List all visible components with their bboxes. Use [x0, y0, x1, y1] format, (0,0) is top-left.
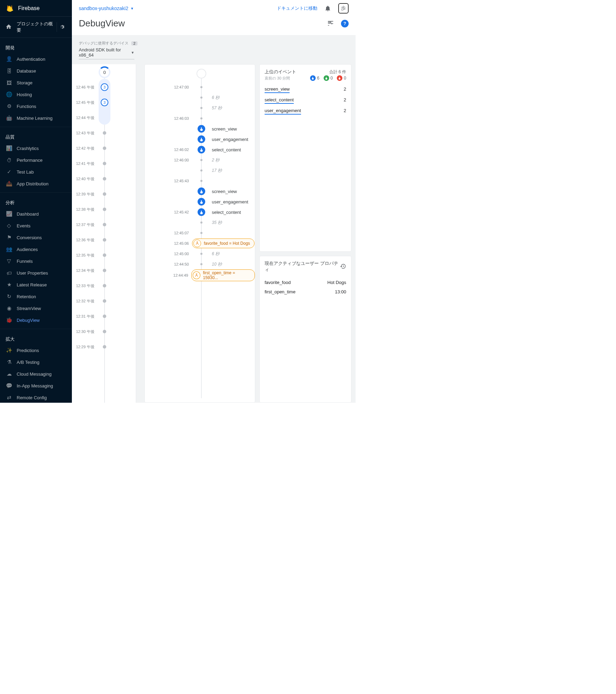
device-selector: デバッグに使用するデバイス 2 Android SDK built for x8…	[72, 39, 356, 64]
minute-time: 12:43 午後	[72, 131, 98, 136]
stream-row: 12:44:5010 秒	[145, 259, 255, 269]
user-property-icon	[193, 271, 200, 279]
minute-row[interactable]: 12:38 午後	[72, 202, 136, 217]
sidebar-overview[interactable]: プロジェクトの概要	[0, 17, 72, 38]
minute-row[interactable]: 12:35 午後	[72, 248, 136, 263]
sidebar-item-crashlytics[interactable]: 📊Crashlytics	[0, 142, 72, 154]
minute-row[interactable]: 12:43 午後	[72, 125, 136, 141]
project-select[interactable]: sandbox-yushukozaki2 ▼	[79, 6, 134, 11]
active-props-title: 現在アクティブなユーザー プロパティ	[265, 260, 340, 273]
sidebar-item-predictions[interactable]: ✨Predictions	[0, 344, 72, 356]
minute-row[interactable]: 12:32 午後	[72, 293, 136, 309]
top-event-row[interactable]: select_content2	[265, 95, 346, 106]
nav-icon: 🌐	[6, 91, 13, 98]
sidebar-item-streamview[interactable]: ◉StreamView	[0, 302, 72, 314]
nav-label: Predictions	[17, 348, 66, 353]
sidebar-item-functions[interactable]: ⚙Functions	[0, 100, 72, 112]
minute-time: 12:32 午後	[72, 299, 98, 304]
user-avatar[interactable]: 歩	[338, 3, 349, 14]
sidebar-item-latest-release[interactable]: ★Latest Release	[0, 279, 72, 291]
sidebar-item-performance[interactable]: ⏱Performance	[0, 154, 72, 166]
settings-sliders-icon[interactable]	[326, 19, 335, 28]
sidebar-item-database[interactable]: 🗄Database	[0, 65, 72, 77]
sidebar-item-in-app-messaging[interactable]: 💬In-App Messaging	[0, 380, 72, 392]
minute-row[interactable]: 12:34 午後	[72, 263, 136, 278]
sidebar-item-debugview[interactable]: 🐞DebugView	[0, 314, 72, 326]
device-dropdown[interactable]: Android SDK built for x86_64 ▼	[79, 46, 134, 59]
nav-icon: ↻	[6, 293, 13, 300]
minute-count-badge: 3	[101, 99, 108, 106]
event-name[interactable]: select_content	[212, 147, 241, 152]
stream-row: 12:45:06favorite_food = Hot Dogs	[145, 238, 255, 249]
stream-row[interactable]: screen_view	[145, 186, 255, 197]
sidebar-item-authentication[interactable]: 👤Authentication	[0, 53, 72, 65]
minute-row[interactable]: 12:42 午後	[72, 141, 136, 156]
minute-row[interactable]: 12:37 午後	[72, 217, 136, 232]
sidebar-item-a/b-testing[interactable]: ⚗A/B Testing	[0, 356, 72, 368]
svg-point-0	[197, 242, 198, 243]
gap-label: 10 秒	[212, 262, 222, 267]
sidebar-item-storage[interactable]: 🖼Storage	[0, 77, 72, 89]
event-name[interactable]: user_engagement	[212, 137, 248, 142]
minute-row[interactable]: 12:30 午後	[72, 324, 136, 339]
top-events-total: 合計 6 件	[329, 69, 346, 75]
sidebar-item-retention[interactable]: ↻Retention	[0, 291, 72, 302]
sidebar-item-conversions[interactable]: ⚑Conversions	[0, 232, 72, 243]
nav-label: Functions	[17, 104, 66, 109]
stream-row[interactable]: screen_view	[145, 124, 255, 134]
minute-time: 12:37 午後	[72, 222, 98, 227]
minute-row[interactable]: 12:41 午後	[72, 156, 136, 171]
gap-label: 57 秒	[212, 106, 222, 110]
nav-icon: 🤖	[6, 115, 13, 122]
sidebar-item-audiences[interactable]: 👥Audiences	[0, 243, 72, 255]
stream-time: 12:45:42	[145, 210, 195, 214]
docs-link[interactable]: ドキュメントに移動	[277, 5, 317, 11]
stream-row[interactable]: user_engagement	[145, 197, 255, 207]
sidebar-item-funnels[interactable]: ▽Funnels	[0, 255, 72, 267]
gap-label: 35 秒	[212, 220, 222, 225]
event-name[interactable]: screen_view	[212, 189, 237, 194]
sidebar-item-events[interactable]: ◇Events	[0, 220, 72, 232]
event-name[interactable]: user_engagement	[212, 199, 248, 204]
notifications-icon[interactable]	[324, 4, 332, 12]
stream-row[interactable]: user_engagement	[145, 134, 255, 144]
active-prop-row[interactable]: first_open_time13:00	[265, 287, 346, 296]
minute-row[interactable]: 12:40 午後	[72, 171, 136, 186]
sidebar-item-dashboard[interactable]: 📈Dashboard	[0, 208, 72, 220]
sidebar-item-hosting[interactable]: 🌐Hosting	[0, 89, 72, 100]
settings-gear-icon[interactable]	[57, 22, 66, 32]
nav-label: In-App Messaging	[17, 383, 66, 388]
top-event-name: select_content	[265, 97, 294, 104]
sidebar-item-machine-learning[interactable]: 🤖Machine Learning	[0, 112, 72, 124]
top-event-row[interactable]: screen_view2	[265, 84, 346, 95]
nav-section-title: 拡大	[0, 332, 72, 344]
top-event-row[interactable]: user_engagement2	[265, 106, 346, 117]
minute-time: 12:39 午後	[72, 192, 98, 197]
sidebar-item-remote-config[interactable]: ⇄Remote Config	[0, 392, 72, 403]
minute-row[interactable]: 12:39 午後	[72, 186, 136, 202]
event-name[interactable]: select_content	[212, 210, 241, 215]
minute-dot	[103, 315, 106, 318]
nav-label: Retention	[17, 294, 66, 299]
sidebar-item-test-lab[interactable]: ✓Test Lab	[0, 166, 72, 178]
user-property-chip[interactable]: favorite_food = Hot Dogs	[192, 239, 255, 248]
minute-time: 12:40 午後	[72, 176, 98, 182]
history-icon[interactable]	[340, 263, 346, 270]
nav-label: User Properties	[17, 270, 66, 276]
event-name[interactable]: screen_view	[212, 126, 237, 132]
minute-time: 12:44 午後	[72, 115, 98, 120]
user-property-chip[interactable]: first_open_time = 15930...	[191, 269, 255, 281]
active-prop-row[interactable]: favorite_foodHot Dogs	[265, 278, 346, 287]
sidebar-item-app-distribution[interactable]: 📤App Distribution	[0, 178, 72, 190]
nav-icon: ◉	[6, 305, 13, 312]
help-icon[interactable]: ?	[341, 20, 349, 27]
stream-row[interactable]: 12:45:42select_content	[145, 207, 255, 217]
minute-row[interactable]: 12:36 午後	[72, 232, 136, 248]
stream-row[interactable]: 12:46:02select_content	[145, 144, 255, 155]
nav-icon: 📤	[6, 180, 13, 187]
sidebar-item-user-properties[interactable]: 🏷User Properties	[0, 267, 72, 279]
minute-row[interactable]: 12:33 午後	[72, 278, 136, 293]
sidebar-item-cloud-messaging[interactable]: ☁Cloud Messaging	[0, 368, 72, 380]
minute-row[interactable]: 12:29 午後	[72, 339, 136, 354]
minute-row[interactable]: 12:31 午後	[72, 309, 136, 324]
